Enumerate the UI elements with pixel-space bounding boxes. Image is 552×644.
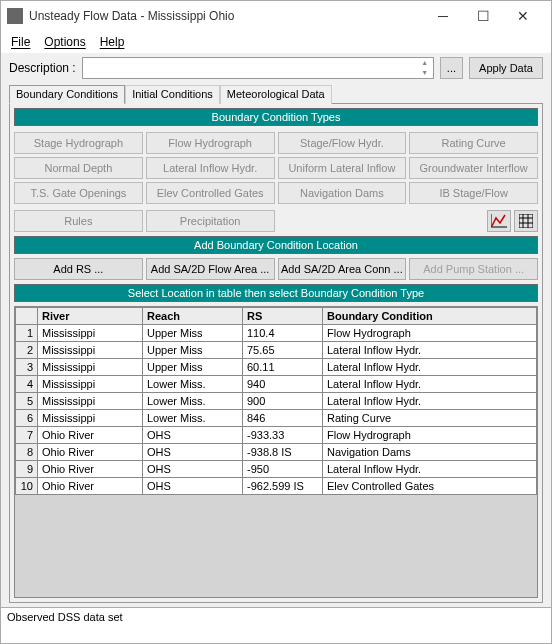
row-number: 5 bbox=[16, 393, 38, 410]
minimize-button[interactable]: ─ bbox=[423, 2, 463, 30]
bc-stage-hydrograph[interactable]: Stage Hydrograph bbox=[14, 132, 143, 154]
cell-bc[interactable]: Lateral Inflow Hydr. bbox=[323, 359, 537, 376]
bc-flow-hydrograph[interactable]: Flow Hydrograph bbox=[146, 132, 275, 154]
cell-bc[interactable]: Lateral Inflow Hydr. bbox=[323, 393, 537, 410]
tab-boundary-conditions[interactable]: Boundary Conditions bbox=[9, 85, 125, 104]
bc-lateral-inflow[interactable]: Lateral Inflow Hydr. bbox=[146, 157, 275, 179]
tab-meteorological-data[interactable]: Meteorological Data bbox=[220, 85, 332, 104]
cell-river[interactable]: Mississippi bbox=[38, 359, 143, 376]
description-input[interactable]: ▲▼ bbox=[82, 57, 434, 79]
row-number: 7 bbox=[16, 427, 38, 444]
plot-icon-button[interactable] bbox=[487, 210, 511, 232]
cell-rs[interactable]: -938.8 IS bbox=[243, 444, 323, 461]
table-row[interactable]: 4MississippiLower Miss.940Lateral Inflow… bbox=[16, 376, 537, 393]
row-number: 8 bbox=[16, 444, 38, 461]
cell-river[interactable]: Mississippi bbox=[38, 393, 143, 410]
cell-bc[interactable]: Lateral Inflow Hydr. bbox=[323, 376, 537, 393]
bc-groundwater[interactable]: Groundwater Interflow bbox=[409, 157, 538, 179]
apply-data-button[interactable]: Apply Data bbox=[469, 57, 543, 79]
cell-rs[interactable]: 60.11 bbox=[243, 359, 323, 376]
cell-rs[interactable]: -950 bbox=[243, 461, 323, 478]
cell-rs[interactable]: -933.33 bbox=[243, 427, 323, 444]
cell-bc[interactable]: Rating Curve bbox=[323, 410, 537, 427]
cell-bc[interactable]: Navigation Dams bbox=[323, 444, 537, 461]
add-sa2d-conn-button[interactable]: Add SA/2D Area Conn ... bbox=[278, 258, 407, 280]
cell-bc[interactable]: Elev Controlled Gates bbox=[323, 478, 537, 495]
browse-button[interactable]: ... bbox=[440, 57, 463, 79]
cell-reach[interactable]: Upper Miss bbox=[143, 342, 243, 359]
table-row[interactable]: 10Ohio RiverOHS-962.599 ISElev Controlle… bbox=[16, 478, 537, 495]
add-rs-button[interactable]: Add RS ... bbox=[14, 258, 143, 280]
cell-reach[interactable]: OHS bbox=[143, 478, 243, 495]
cell-rs[interactable]: 846 bbox=[243, 410, 323, 427]
col-bc: Boundary Condition bbox=[323, 308, 537, 325]
cell-rs[interactable]: 75.65 bbox=[243, 342, 323, 359]
cell-river[interactable]: Ohio River bbox=[38, 461, 143, 478]
cell-reach[interactable]: Lower Miss. bbox=[143, 410, 243, 427]
maximize-button[interactable]: ☐ bbox=[463, 2, 503, 30]
cell-rs[interactable]: -962.599 IS bbox=[243, 478, 323, 495]
table-icon bbox=[519, 214, 533, 228]
cell-reach[interactable]: OHS bbox=[143, 427, 243, 444]
table-row[interactable]: 1MississippiUpper Miss110.4Flow Hydrogra… bbox=[16, 325, 537, 342]
cell-bc[interactable]: Flow Hydrograph bbox=[323, 427, 537, 444]
location-table[interactable]: River Reach RS Boundary Condition 1Missi… bbox=[15, 307, 537, 495]
add-sa2d-flow-button[interactable]: Add SA/2D Flow Area ... bbox=[146, 258, 275, 280]
cell-reach[interactable]: Upper Miss bbox=[143, 325, 243, 342]
cell-river[interactable]: Mississippi bbox=[38, 376, 143, 393]
bc-ts-gate[interactable]: T.S. Gate Openings bbox=[14, 182, 143, 204]
bc-normal-depth[interactable]: Normal Depth bbox=[14, 157, 143, 179]
menu-options[interactable]: Options bbox=[44, 35, 85, 49]
description-spinner[interactable]: ▲▼ bbox=[417, 58, 433, 78]
add-pump-station-button[interactable]: Add Pump Station ... bbox=[409, 258, 538, 280]
table-row[interactable]: 8Ohio RiverOHS-938.8 ISNavigation Dams bbox=[16, 444, 537, 461]
bc-navigation-dams[interactable]: Navigation Dams bbox=[278, 182, 407, 204]
table-row[interactable]: 7Ohio RiverOHS-933.33Flow Hydrograph bbox=[16, 427, 537, 444]
row-number: 4 bbox=[16, 376, 38, 393]
row-number: 2 bbox=[16, 342, 38, 359]
bc-rules[interactable]: Rules bbox=[14, 210, 143, 232]
table-row[interactable]: 3MississippiUpper Miss60.11Lateral Inflo… bbox=[16, 359, 537, 376]
cell-reach[interactable]: Upper Miss bbox=[143, 359, 243, 376]
bc-precipitation[interactable]: Precipitation bbox=[146, 210, 275, 232]
cell-reach[interactable]: Lower Miss. bbox=[143, 393, 243, 410]
bc-uniform-lateral[interactable]: Uniform Lateral Inflow bbox=[278, 157, 407, 179]
cell-reach[interactable]: OHS bbox=[143, 444, 243, 461]
cell-rs[interactable]: 110.4 bbox=[243, 325, 323, 342]
cell-river[interactable]: Mississippi bbox=[38, 410, 143, 427]
close-button[interactable]: ✕ bbox=[503, 2, 543, 30]
cell-bc[interactable]: Flow Hydrograph bbox=[323, 325, 537, 342]
tab-initial-conditions[interactable]: Initial Conditions bbox=[125, 85, 220, 104]
tab-panel: Boundary Condition Types Stage Hydrograp… bbox=[9, 104, 543, 603]
cell-reach[interactable]: Lower Miss. bbox=[143, 376, 243, 393]
section-select-location: Select Location in table then select Bou… bbox=[14, 284, 538, 302]
cell-river[interactable]: Ohio River bbox=[38, 478, 143, 495]
app-icon bbox=[7, 8, 23, 24]
cell-river[interactable]: Ohio River bbox=[38, 444, 143, 461]
cell-rs[interactable]: 900 bbox=[243, 393, 323, 410]
app-window: Unsteady Flow Data - Mississippi Ohio ─ … bbox=[0, 0, 552, 644]
cell-reach[interactable]: OHS bbox=[143, 461, 243, 478]
cell-river[interactable]: Mississippi bbox=[38, 325, 143, 342]
menu-file[interactable]: File bbox=[11, 35, 30, 49]
description-label: Description : bbox=[9, 61, 76, 75]
table-header-row: River Reach RS Boundary Condition bbox=[16, 308, 537, 325]
bc-stage-flow-hydr[interactable]: Stage/Flow Hydr. bbox=[278, 132, 407, 154]
cell-river[interactable]: Mississippi bbox=[38, 342, 143, 359]
bc-ib-stage-flow[interactable]: IB Stage/Flow bbox=[409, 182, 538, 204]
col-river: River bbox=[38, 308, 143, 325]
table-row[interactable]: 2MississippiUpper Miss75.65Lateral Inflo… bbox=[16, 342, 537, 359]
cell-bc[interactable]: Lateral Inflow Hydr. bbox=[323, 461, 537, 478]
plot-icon bbox=[491, 214, 507, 228]
cell-bc[interactable]: Lateral Inflow Hydr. bbox=[323, 342, 537, 359]
table-icon-button[interactable] bbox=[514, 210, 538, 232]
table-row[interactable]: 6MississippiLower Miss.846Rating Curve bbox=[16, 410, 537, 427]
cell-river[interactable]: Ohio River bbox=[38, 427, 143, 444]
bc-rating-curve[interactable]: Rating Curve bbox=[409, 132, 538, 154]
bc-elev-controlled[interactable]: Elev Controlled Gates bbox=[146, 182, 275, 204]
cell-rs[interactable]: 940 bbox=[243, 376, 323, 393]
location-table-wrap: River Reach RS Boundary Condition 1Missi… bbox=[14, 306, 538, 598]
menu-help[interactable]: Help bbox=[100, 35, 125, 49]
table-row[interactable]: 9Ohio RiverOHS-950Lateral Inflow Hydr. bbox=[16, 461, 537, 478]
table-row[interactable]: 5MississippiLower Miss.900Lateral Inflow… bbox=[16, 393, 537, 410]
